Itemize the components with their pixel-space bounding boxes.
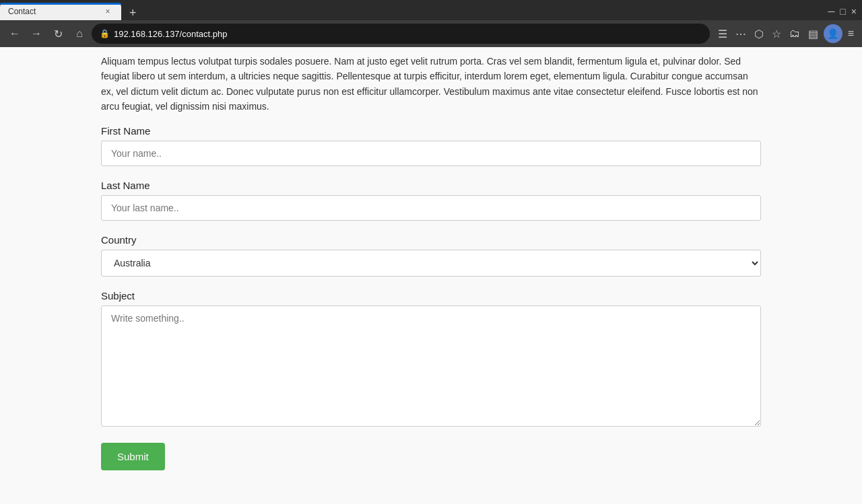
new-tab-button[interactable]: + <box>124 6 142 20</box>
first-name-label: First Name <box>101 125 761 137</box>
address-bar-container[interactable]: 🔒 <box>92 24 710 44</box>
bookmark-icon[interactable]: ☆ <box>769 25 784 43</box>
first-name-group: First Name <box>101 125 761 166</box>
window-controls: ─ □ × <box>822 6 862 17</box>
last-name-group: Last Name <box>101 180 761 221</box>
pocket-icon[interactable]: ⬡ <box>752 25 766 43</box>
active-tab[interactable]: Contact × <box>0 3 121 20</box>
toolbar-icons: ☰ ⋯ ⬡ ☆ 🗂 ▤ 👤 ≡ <box>715 24 857 43</box>
nav-bar: ← → ↻ ⌂ 🔒 ☰ ⋯ ⬡ ☆ 🗂 ▤ 👤 ≡ <box>0 20 862 47</box>
home-icon: ⌂ <box>76 28 83 40</box>
country-select[interactable]: Australia USA UK Canada Germany France J… <box>101 250 761 277</box>
forward-button[interactable]: → <box>27 24 46 43</box>
last-name-label: Last Name <box>101 180 761 191</box>
sidebar-icon[interactable]: ▤ <box>805 25 821 43</box>
subject-group: Subject <box>101 290 761 429</box>
last-name-input[interactable] <box>101 195 761 221</box>
tab-close-button[interactable]: × <box>102 6 113 17</box>
maximize-button[interactable]: □ <box>840 6 845 17</box>
subject-textarea[interactable] <box>101 305 761 427</box>
country-group: Country Australia USA UK Canada Germany … <box>101 234 761 277</box>
subject-label: Subject <box>101 290 761 301</box>
country-label: Country <box>101 234 761 246</box>
page-content: Aliquam tempus lectus volutpat turpis so… <box>0 47 862 504</box>
reload-button[interactable]: ↻ <box>48 24 67 43</box>
forward-icon: → <box>31 28 42 40</box>
intro-paragraph: Aliquam tempus lectus volutpat turpis so… <box>101 47 761 125</box>
close-button[interactable]: × <box>851 6 857 17</box>
minimize-button[interactable]: ─ <box>828 6 834 17</box>
first-name-input[interactable] <box>101 141 761 166</box>
reload-icon: ↻ <box>54 28 63 40</box>
library-icon[interactable]: 🗂 <box>787 25 803 42</box>
browser-chrome: Contact × + ─ □ × ← → ↻ ⌂ 🔒 ☰ <box>0 0 862 47</box>
tab-title: Contact <box>8 7 97 16</box>
submit-button[interactable]: Submit <box>101 443 165 470</box>
lock-icon: 🔒 <box>100 29 110 38</box>
reader-view-icon[interactable]: ☰ <box>715 25 730 43</box>
menu-icon[interactable]: ≡ <box>845 25 857 42</box>
tab-bar: Contact × + <box>0 3 822 20</box>
title-bar: Contact × + ─ □ × <box>0 0 862 20</box>
more-options-icon[interactable]: ⋯ <box>733 25 749 43</box>
address-bar-input[interactable] <box>114 29 702 39</box>
back-button[interactable]: ← <box>5 24 24 43</box>
back-icon: ← <box>9 28 20 40</box>
home-button[interactable]: ⌂ <box>70 24 89 43</box>
profile-icon[interactable]: 👤 <box>824 24 842 43</box>
